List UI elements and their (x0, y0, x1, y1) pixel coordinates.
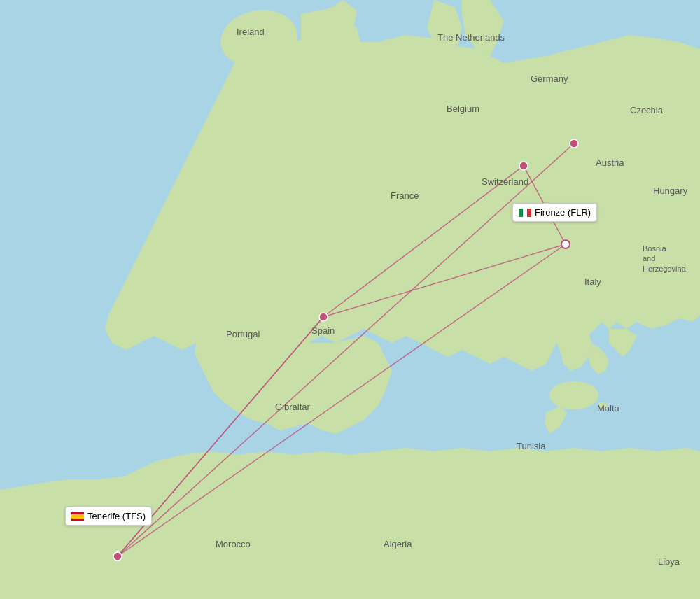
svg-point-7 (132, 557, 141, 565)
firenze-airport-label[interactable]: Firenze (FLR) (512, 203, 597, 222)
map-container: Ireland The Netherlands Germany Belgium … (0, 0, 700, 599)
svg-rect-15 (519, 209, 523, 217)
svg-point-3 (505, 299, 531, 338)
svg-point-10 (519, 162, 528, 170)
svg-point-8 (144, 546, 150, 553)
italy-flag (519, 209, 531, 217)
tenerife-label-text: Tenerife (TFS) (88, 511, 146, 521)
firenze-label-text: Firenze (FLR) (535, 207, 591, 218)
svg-point-4 (493, 268, 514, 299)
svg-rect-9 (598, 402, 607, 408)
svg-rect-17 (527, 209, 531, 217)
svg-point-14 (113, 552, 122, 561)
svg-rect-19 (71, 514, 84, 519)
svg-point-13 (561, 240, 570, 248)
svg-point-11 (570, 139, 578, 148)
svg-point-12 (319, 313, 328, 321)
spain-flag (71, 512, 84, 521)
svg-point-6 (92, 560, 104, 571)
svg-rect-16 (523, 209, 527, 217)
svg-point-2 (550, 381, 598, 409)
tenerife-airport-label[interactable]: Tenerife (TFS) (65, 507, 152, 526)
